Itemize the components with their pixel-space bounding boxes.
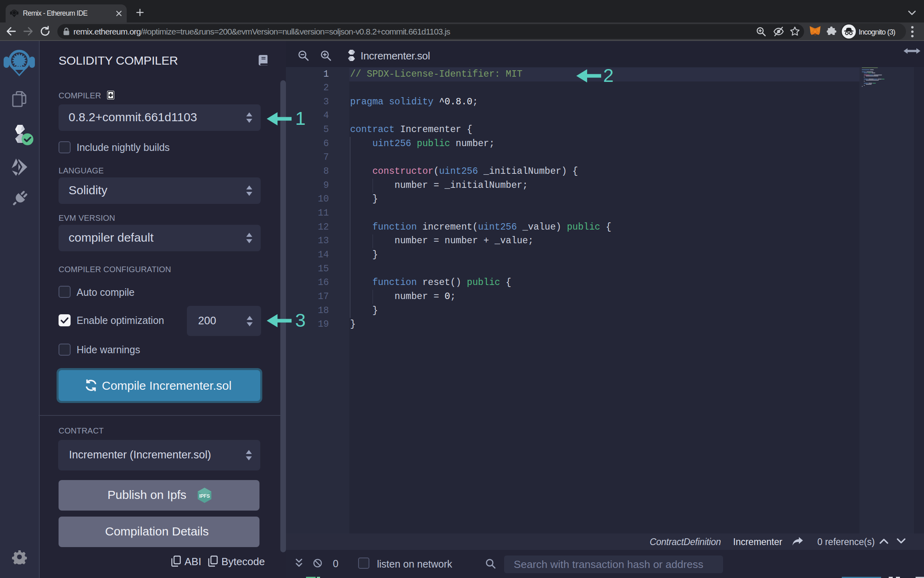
svg-text:IPFS: IPFS xyxy=(199,493,210,499)
